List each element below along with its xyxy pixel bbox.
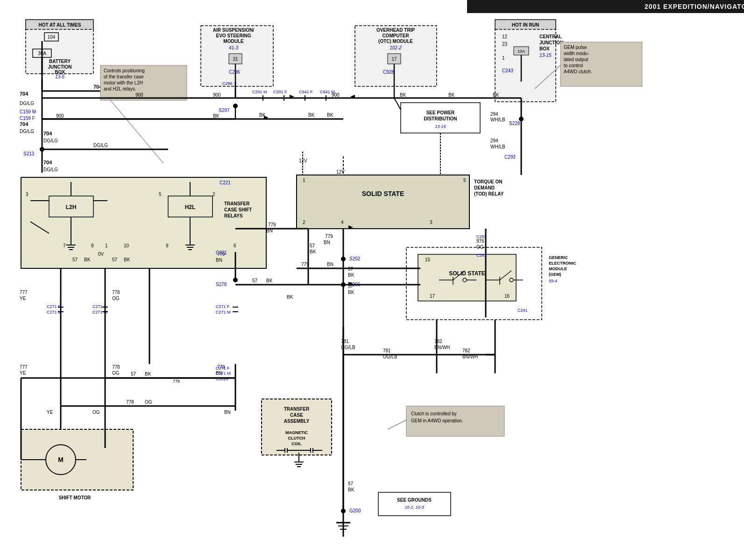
svg-text:A4WD clutch.: A4WD clutch. [564,69,592,74]
svg-text:778: 778 [126,399,134,405]
svg-text:7: 7 [63,243,66,248]
svg-point-177 [233,278,238,282]
svg-text:OG: OG [112,371,120,376]
svg-text:BN: BN [216,258,222,263]
svg-text:TRANSFER: TRANSFER [284,406,310,412]
svg-text:CASE: CASE [290,413,303,418]
svg-rect-141 [297,175,469,229]
svg-text:13-5: 13-5 [55,74,64,79]
svg-text:294: 294 [490,112,498,117]
svg-text:778: 778 [112,290,120,295]
svg-text:to control: to control [564,63,583,68]
svg-text:BK: BK [84,257,91,262]
svg-text:BK: BK [266,278,273,283]
svg-text:lated output: lated output [564,57,588,62]
svg-text:782: 782 [434,339,442,344]
svg-text:WH/LB: WH/LB [490,117,505,122]
svg-rect-283 [378,492,451,516]
svg-text:C201 F: C201 F [273,90,287,94]
svg-text:CLUTCH: CLUTCH [288,436,305,441]
svg-text:DISTRIBUTION: DISTRIBUTION [424,116,457,121]
svg-text:BK: BK [213,113,220,119]
svg-text:SHIFT MOTOR: SHIFT MOTOR [59,495,91,500]
svg-text:C201 M: C201 M [252,90,267,94]
svg-text:width modu-: width modu- [563,51,589,56]
svg-text:10-2, 10-3: 10-2, 10-3 [404,505,424,510]
svg-text:778: 778 [173,379,180,384]
svg-text:M: M [58,456,64,463]
svg-text:16: 16 [504,294,510,299]
svg-text:BK: BK [400,92,406,98]
svg-text:BK: BK [124,257,130,262]
svg-text:G200: G200 [349,508,361,513]
svg-text:RELAYS: RELAYS [224,213,243,218]
svg-text:57: 57 [112,257,118,262]
svg-text:WH/LB: WH/LB [490,144,505,149]
svg-text:778: 778 [112,364,120,370]
svg-text:MODULE: MODULE [223,39,244,44]
svg-text:BN/WH: BN/WH [462,354,478,359]
svg-text:17: 17 [430,294,435,299]
svg-text:BK: BK [287,294,293,300]
svg-text:C271 F: C271 F [216,304,230,309]
svg-text:10A: 10A [517,49,525,54]
svg-text:13-15: 13-15 [539,53,552,58]
svg-text:COIL: COIL [291,441,302,446]
svg-text:C941 F: C941 F [299,90,313,94]
svg-text:15: 15 [425,257,431,262]
svg-text:CASE SHIFT: CASE SHIFT [224,207,252,212]
svg-text:17: 17 [391,56,397,62]
svg-text:57: 57 [131,371,136,377]
svg-text:4: 4 [341,220,344,225]
svg-text:BK: BK [327,112,333,118]
svg-text:YE: YE [20,371,26,376]
svg-text:JUNCTION: JUNCTION [539,40,563,45]
svg-text:BN: BN [266,228,273,233]
svg-text:C159 F: C159 F [20,116,35,121]
svg-text:704: 704 [20,121,28,127]
svg-text:DG/LG: DG/LG [20,129,34,134]
svg-text:SEE GROUNDS: SEE GROUNDS [397,497,432,503]
svg-text:C293: C293 [476,234,487,239]
svg-text:(OTC) MODULE: (OTC) MODULE [378,39,413,44]
svg-text:C928: C928 [383,70,394,75]
svg-text:S297: S297 [219,108,230,113]
svg-text:C241: C241 [517,308,528,313]
svg-text:781: 781 [341,339,349,344]
svg-text:8: 8 [91,243,94,248]
svg-text:BK: BK [308,112,315,118]
svg-text:2: 2 [213,192,215,197]
svg-text:C271 M: C271 M [216,310,231,315]
svg-text:C296: C296 [229,70,240,75]
svg-text:BK: BK [145,371,151,377]
svg-text:ELECTRONIC: ELECTRONIC [549,261,576,266]
wiring-diagram: 2001 EXPEDITION/NAVIGATOR HOT AT ALL TIM… [0,0,744,560]
svg-point-261 [341,257,346,261]
svg-text:MODULE: MODULE [549,266,567,271]
svg-text:YE: YE [47,410,53,415]
svg-text:0V: 0V [98,252,104,257]
svg-text:MAGNETIC: MAGNETIC [285,430,308,435]
svg-text:BK: BK [348,487,354,492]
svg-text:C293: C293 [504,154,516,160]
svg-text:DG/LG: DG/LG [43,167,58,172]
svg-text:6: 6 [234,243,236,248]
svg-text:AIR SUSPENSION/: AIR SUSPENSION/ [213,28,255,33]
svg-text:2: 2 [303,220,305,225]
svg-text:57: 57 [310,243,315,248]
svg-text:C296: C296 [222,81,233,86]
svg-text:COMPUTER: COMPUTER [382,33,409,38]
svg-text:976: 976 [476,238,484,244]
svg-text:57: 57 [348,481,354,486]
svg-text:GEM in A4WD operation.: GEM in A4WD operation. [411,418,463,423]
svg-text:C241: C241 [476,253,487,258]
svg-text:13-15: 13-15 [435,124,446,129]
svg-text:900: 900 [213,92,221,98]
svg-text:OVERHEAD TRIP: OVERHEAD TRIP [376,28,415,33]
svg-text:900: 900 [56,113,64,119]
svg-text:L2H: L2H [66,204,77,210]
svg-rect-108 [21,177,266,268]
svg-text:779: 779 [325,234,333,239]
svg-point-277 [341,509,346,513]
svg-text:BN: BN [324,240,330,245]
